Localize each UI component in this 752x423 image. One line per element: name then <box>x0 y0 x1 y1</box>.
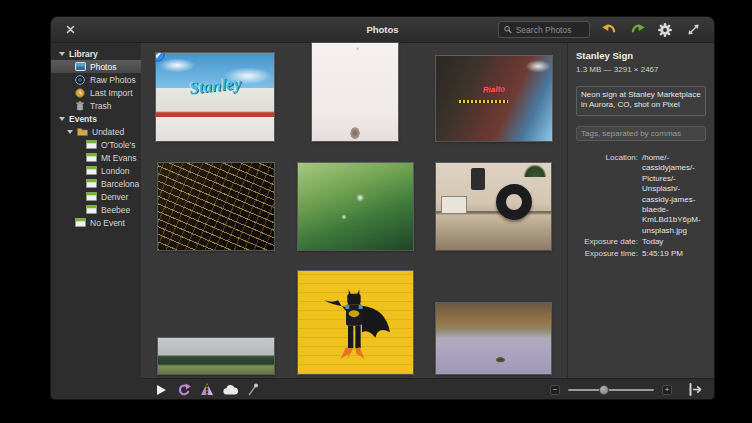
sidebar-item-event-london[interactable]: London <box>51 164 141 177</box>
sidebar-item-event-barcelona[interactable]: Barcelona <box>51 177 141 190</box>
selected-check-badge[interactable] <box>156 53 165 62</box>
slider-track[interactable] <box>568 389 654 391</box>
exposure-time-value: 5:45:19 PM <box>642 249 706 259</box>
photo-meta: 1.3 MB — 3291 × 2467 <box>576 65 706 74</box>
sidebar-header-events[interactable]: Events <box>51 112 141 125</box>
fullscreen-button[interactable] <box>684 21 702 39</box>
enhance-button[interactable] <box>220 381 240 399</box>
close-button[interactable] <box>63 23 77 37</box>
tags-input[interactable] <box>576 126 706 141</box>
sidebar: Library Photos Raw Photos Last Import <box>51 43 141 400</box>
gear-icon <box>658 23 672 37</box>
photo-title: Stanley Sign <box>576 50 706 61</box>
search-box[interactable] <box>498 21 590 38</box>
checkmark-icon <box>156 53 165 62</box>
photo-description-field[interactable]: Neon sign at Stanley Marketplace in Auro… <box>576 86 706 116</box>
photo-thumbnail-duck-pond[interactable] <box>436 303 551 374</box>
exposure-date-label: Exposure date: <box>576 237 638 247</box>
disclosure-triangle-icon[interactable] <box>59 117 65 121</box>
flip-icon <box>200 383 214 396</box>
location-label: Location: <box>576 153 638 236</box>
photo-thumbnail-plant[interactable] <box>298 163 413 250</box>
sidebar-header-library[interactable]: Library <box>51 47 141 60</box>
marquee-lights <box>459 100 508 103</box>
photos-icon <box>75 62 87 72</box>
sidebar-item-event-denver[interactable]: Denver <box>51 190 141 203</box>
enhance-cloud-icon <box>223 384 238 395</box>
sidebar-item-photos[interactable]: Photos <box>51 60 141 73</box>
photo-thumbnail-smartwatch[interactable] <box>436 163 551 250</box>
photo-thumbnail-mountains[interactable] <box>158 338 274 374</box>
event-icon <box>86 166 98 176</box>
location-value: /home/- cassidyjames/- Pictures/- Unspla… <box>642 153 706 236</box>
titlebar: Photos <box>51 17 714 43</box>
raw-photos-icon <box>75 75 87 85</box>
undo-button[interactable] <box>600 21 618 39</box>
zoom-in-button[interactable]: + <box>662 385 672 395</box>
search-input[interactable] <box>516 25 584 35</box>
sidebar-item-event-otooles[interactable]: O'Toole's <box>51 138 141 151</box>
event-icon <box>86 192 98 202</box>
flip-button[interactable] <box>197 381 217 399</box>
no-event-icon <box>75 218 87 228</box>
stanley-sign-text: Stanley <box>156 70 274 102</box>
thumbnail-size-slider[interactable] <box>568 385 654 395</box>
event-icon <box>86 179 98 189</box>
sidebar-item-raw-photos[interactable]: Raw Photos <box>51 73 141 86</box>
slideshow-button[interactable] <box>151 381 171 399</box>
redo-button[interactable] <box>628 21 646 39</box>
disclosure-triangle-icon[interactable] <box>67 130 73 134</box>
photo-thumbnail-circuit-board[interactable] <box>158 163 274 250</box>
rialto-sign-text: Rialto <box>436 82 552 97</box>
sidebar-item-undated[interactable]: Undated <box>51 125 141 138</box>
folder-icon <box>77 127 89 137</box>
zoom-out-button[interactable]: − <box>550 385 560 395</box>
exposure-date-value: Today <box>642 237 706 247</box>
toggle-info-sidebar-button[interactable] <box>686 382 704 398</box>
settings-button[interactable] <box>656 21 674 39</box>
desk-plant <box>524 165 546 177</box>
watch-ring <box>496 184 532 220</box>
trash-icon <box>75 101 87 111</box>
photo-thumbnail-stanley-sign[interactable]: Stanley <box>156 53 274 141</box>
event-icon <box>86 140 98 150</box>
straighten-button[interactable] <box>243 381 263 399</box>
disclosure-triangle-icon[interactable] <box>59 52 65 56</box>
slider-handle[interactable] <box>599 385 609 395</box>
photo-metadata-fields: Location: /home/- cassidyjames/- Picture… <box>576 153 706 259</box>
last-import-icon <box>75 88 87 98</box>
rotate-icon <box>177 383 191 397</box>
photo-thumbnail-cat[interactable] <box>312 43 398 141</box>
photo-thumbnail-rialto[interactable]: Rialto <box>436 56 552 141</box>
undo-icon <box>602 23 617 36</box>
event-icon <box>86 153 98 163</box>
sidebar-item-no-event[interactable]: No Event <box>51 216 141 229</box>
photo-thumbnail-lego-batman[interactable] <box>298 271 413 374</box>
event-icon <box>86 205 98 215</box>
photo-grid: Stanley Rialto <box>141 43 567 378</box>
sidebar-item-event-mt-evans[interactable]: Mt Evans <box>51 151 141 164</box>
sidebar-item-last-import[interactable]: Last Import <box>51 86 141 99</box>
play-icon <box>155 384 167 396</box>
batman-figure <box>314 281 394 365</box>
exposure-time-label: Exposure time: <box>576 249 638 259</box>
rotate-button[interactable] <box>174 381 194 399</box>
sidebar-item-event-beebee[interactable]: Beebee <box>51 203 141 216</box>
bottom-toolbar: − + <box>141 378 714 400</box>
search-icon <box>504 25 512 34</box>
sidebar-item-trash[interactable]: Trash <box>51 99 141 112</box>
music-player <box>471 168 485 190</box>
photo-info-panel: Stanley Sign 1.3 MB — 3291 × 2467 Neon s… <box>567 43 714 378</box>
straighten-wand-icon <box>247 383 259 396</box>
close-icon <box>66 25 75 34</box>
resize-icon <box>687 23 700 36</box>
desk-card <box>441 196 467 214</box>
photos-app-window: Photos <box>50 16 715 400</box>
pane-toggle-arrow-icon <box>688 383 702 396</box>
redo-icon <box>630 23 645 36</box>
